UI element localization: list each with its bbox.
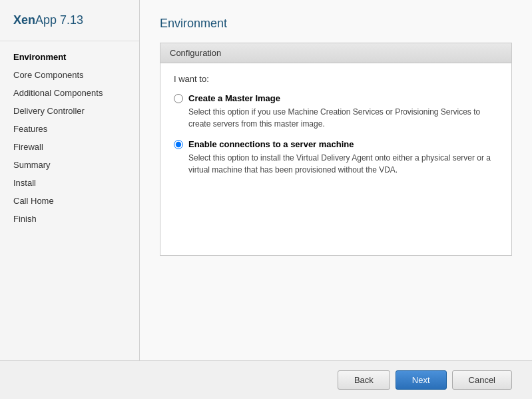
sidebar-item-environment[interactable]: Environment	[0, 48, 139, 66]
option2-label[interactable]: Enable connections to a server machine	[174, 139, 498, 149]
sidebar-item-features[interactable]: Features	[0, 120, 139, 138]
configuration-box: Configuration I want to: Create a Master…	[160, 43, 512, 256]
page-title: Environment	[160, 17, 512, 31]
main-content: XenApp 7.13 Environment Core Components …	[0, 0, 532, 360]
sidebar-item-finish[interactable]: Finish	[0, 210, 139, 228]
sidebar-item-firewall[interactable]: Firewall	[0, 138, 139, 156]
option1-label[interactable]: Create a Master Image	[174, 93, 498, 103]
back-button[interactable]: Back	[338, 370, 390, 390]
option-server-machine: Enable connections to a server machine S…	[174, 139, 498, 176]
sidebar-item-additional-components[interactable]: Additional Components	[0, 84, 139, 102]
sidebar-item-install[interactable]: Install	[0, 174, 139, 192]
option2-text: Enable connections to a server machine	[188, 139, 354, 149]
app-title: XenApp 7.13	[0, 13, 139, 41]
option2-radio[interactable]	[174, 140, 183, 149]
option2-description: Select this option to install the Virtua…	[188, 152, 498, 176]
right-panel: Environment Configuration I want to: Cre…	[140, 0, 532, 360]
window: XenApp 7.13 Environment Core Components …	[0, 0, 532, 399]
sidebar: XenApp 7.13 Environment Core Components …	[0, 0, 140, 360]
sidebar-item-summary[interactable]: Summary	[0, 156, 139, 174]
configuration-body: I want to: Create a Master Image Select …	[160, 63, 511, 196]
sidebar-item-delivery-controller[interactable]: Delivery Controller	[0, 102, 139, 120]
sidebar-item-call-home[interactable]: Call Home	[0, 192, 139, 210]
app-title-normal: App 7.13	[35, 13, 83, 27]
app-title-bold: Xen	[13, 13, 35, 27]
bottom-bar: Back Next Cancel	[0, 360, 532, 399]
configuration-header: Configuration	[160, 43, 511, 63]
next-button[interactable]: Next	[396, 370, 447, 390]
i-want-to-label: I want to:	[174, 74, 498, 84]
option1-text: Create a Master Image	[188, 93, 280, 103]
sidebar-item-core-components[interactable]: Core Components	[0, 66, 139, 84]
cancel-button[interactable]: Cancel	[452, 370, 512, 390]
option-master-image: Create a Master Image Select this option…	[174, 93, 498, 130]
option1-radio[interactable]	[174, 94, 183, 103]
option1-description: Select this option if you use Machine Cr…	[188, 106, 498, 130]
